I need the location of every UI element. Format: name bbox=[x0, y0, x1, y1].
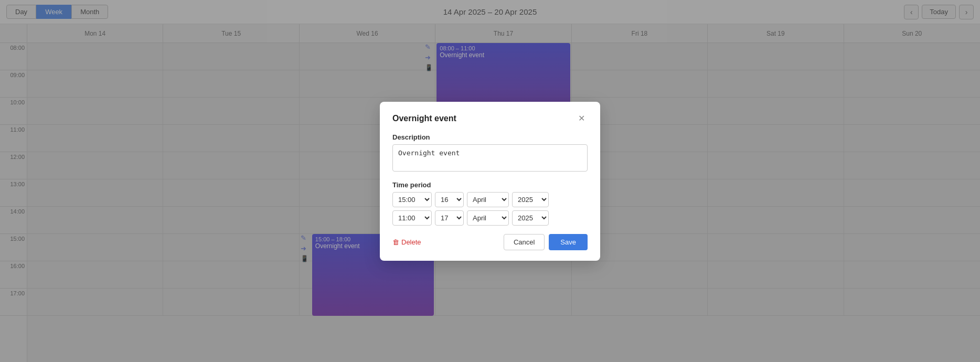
save-button[interactable]: Save bbox=[549, 234, 588, 250]
start-time-row: 15:00 16 April 2025 bbox=[392, 192, 588, 207]
time-period-section: Time period 15:00 16 April 2025 11:00 bbox=[392, 181, 588, 226]
modal-close-button[interactable]: ✕ bbox=[575, 112, 588, 125]
end-year-select[interactable]: 2025 bbox=[512, 210, 549, 226]
time-period-label: Time period bbox=[392, 181, 588, 189]
start-year-select[interactable]: 2025 bbox=[512, 192, 549, 207]
end-time-row: 11:00 17 April 2025 bbox=[392, 210, 588, 226]
end-month-select[interactable]: April bbox=[467, 210, 509, 226]
start-month-select[interactable]: April bbox=[467, 192, 509, 207]
delete-label: Delete bbox=[401, 238, 421, 246]
event-edit-modal: Overnight event ✕ Description Time perio… bbox=[380, 102, 600, 261]
modal-header: Overnight event ✕ bbox=[392, 112, 588, 125]
trash-icon: 🗑 bbox=[392, 238, 399, 246]
start-day-select[interactable]: 16 bbox=[435, 192, 464, 207]
end-day-select[interactable]: 17 bbox=[435, 210, 464, 226]
description-input[interactable] bbox=[392, 144, 588, 172]
description-label: Description bbox=[392, 133, 588, 141]
delete-button[interactable]: 🗑 Delete bbox=[392, 238, 421, 246]
footer-actions: Cancel Save bbox=[504, 234, 588, 250]
close-icon: ✕ bbox=[578, 113, 585, 123]
start-time-select[interactable]: 15:00 bbox=[392, 192, 432, 207]
modal-overlay: Overnight event ✕ Description Time perio… bbox=[0, 0, 980, 362]
cancel-button[interactable]: Cancel bbox=[504, 234, 545, 250]
modal-footer: 🗑 Delete Cancel Save bbox=[392, 234, 588, 250]
end-time-select[interactable]: 11:00 bbox=[392, 210, 432, 226]
modal-title: Overnight event bbox=[392, 114, 456, 123]
